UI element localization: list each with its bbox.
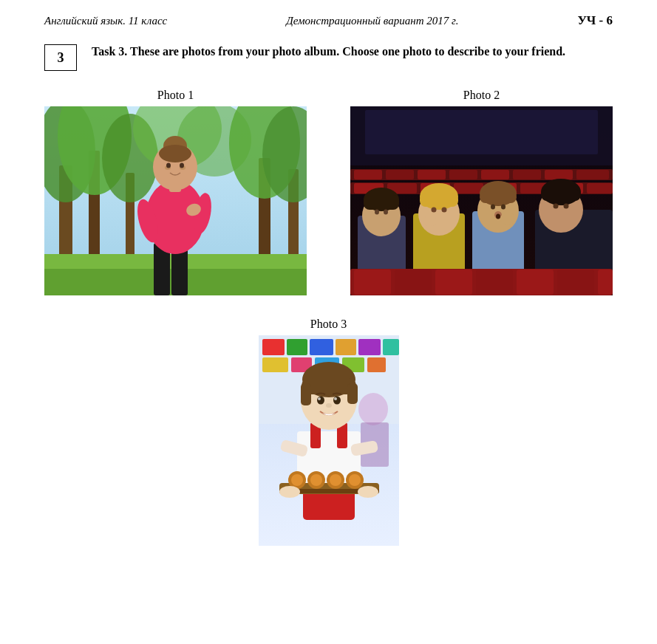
svg-rect-37 [481, 170, 509, 179]
svg-point-68 [501, 205, 505, 210]
photo-1-svg [44, 106, 307, 295]
svg-rect-39 [545, 170, 573, 179]
svg-point-126 [333, 397, 341, 405]
svg-rect-59 [420, 193, 458, 207]
task-instruction: Task 3. These are photos from your photo… [92, 43, 613, 61]
task-row: 3 Task 3. These are photos from your pho… [44, 43, 613, 71]
svg-rect-49 [587, 183, 613, 193]
svg-rect-83 [517, 270, 554, 295]
photos-bottom-row: Photo 3 [44, 318, 613, 546]
svg-point-125 [317, 397, 324, 405]
svg-rect-85 [598, 270, 613, 295]
svg-point-127 [318, 397, 321, 400]
svg-rect-82 [476, 270, 513, 295]
svg-rect-36 [449, 170, 477, 179]
svg-rect-38 [513, 170, 541, 179]
svg-rect-45 [454, 183, 483, 193]
svg-rect-80 [395, 270, 432, 295]
svg-point-117 [279, 486, 300, 498]
svg-point-54 [375, 210, 379, 215]
page-header: Английский язык. 11 класс Демонстрационн… [0, 0, 657, 35]
svg-point-55 [384, 210, 388, 215]
svg-rect-75 [541, 189, 581, 201]
svg-rect-35 [418, 170, 446, 179]
header-subject: Английский язык. 11 класс [44, 15, 167, 27]
svg-point-111 [310, 474, 322, 486]
svg-point-70 [496, 214, 500, 219]
svg-point-76 [554, 204, 559, 209]
svg-point-23 [159, 145, 191, 162]
photo-1-label: Photo 1 [157, 89, 194, 102]
svg-point-71 [500, 213, 515, 225]
svg-rect-93 [383, 339, 399, 355]
svg-point-62 [423, 216, 437, 226]
photo-3-image [259, 335, 399, 546]
svg-rect-89 [287, 339, 307, 355]
photo-3-label: Photo 3 [310, 318, 347, 331]
svg-point-128 [334, 397, 337, 400]
svg-rect-123 [301, 383, 311, 405]
svg-rect-98 [367, 357, 386, 372]
main-content: 3 Task 3. These are photos from your pho… [0, 35, 657, 575]
svg-point-129 [326, 403, 332, 408]
svg-point-113 [330, 474, 341, 486]
svg-rect-92 [358, 339, 381, 355]
task-number: 3 [58, 50, 64, 66]
photo-2-image [350, 106, 613, 295]
header-page: УЧ - 6 [577, 13, 613, 28]
svg-rect-33 [354, 170, 382, 179]
svg-rect-91 [336, 339, 356, 355]
svg-rect-34 [386, 170, 414, 179]
svg-rect-31 [365, 110, 598, 154]
header-variant: Демонстрационный вариант 2017 г. [286, 15, 458, 27]
photo-2-label: Photo 2 [463, 89, 500, 102]
svg-rect-81 [435, 270, 472, 295]
svg-rect-53 [364, 195, 399, 210]
svg-point-77 [564, 204, 569, 209]
svg-rect-90 [310, 339, 333, 355]
photo-2-svg [350, 106, 613, 295]
photo-1-container: Photo 1 [44, 89, 307, 295]
svg-point-118 [358, 486, 378, 498]
photo-3-container: Photo 3 [259, 318, 399, 546]
photos-top-row: Photo 1 [44, 89, 613, 295]
svg-point-99 [358, 393, 388, 425]
svg-rect-84 [557, 270, 594, 295]
svg-rect-94 [262, 357, 288, 372]
svg-point-27 [180, 163, 184, 168]
svg-point-60 [432, 208, 437, 213]
svg-point-109 [291, 474, 303, 486]
svg-point-67 [491, 205, 495, 210]
svg-rect-88 [262, 339, 285, 355]
photo-3-svg [259, 335, 399, 546]
svg-rect-124 [347, 383, 358, 404]
svg-rect-79 [354, 270, 391, 295]
task-number-box: 3 [44, 44, 77, 71]
svg-point-115 [349, 474, 361, 486]
svg-point-61 [442, 208, 447, 213]
svg-point-26 [166, 163, 171, 168]
svg-rect-66 [480, 191, 517, 203]
photo-2-container: Photo 2 [350, 89, 613, 295]
photo-1-image [44, 106, 307, 295]
svg-rect-40 [576, 170, 609, 179]
